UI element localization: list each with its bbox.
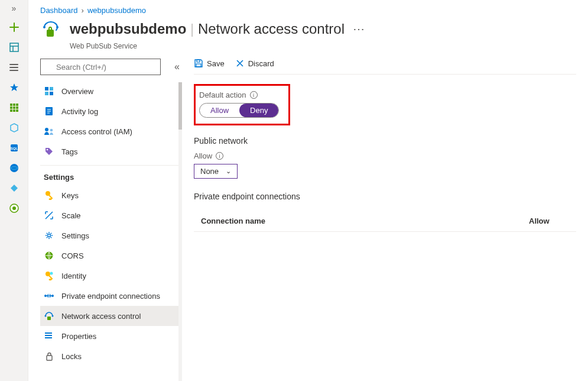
svg-rect-9: [16, 106, 18, 109]
breadcrumb: Dashboard › webpubsubdemo: [28, 0, 588, 16]
save-button[interactable]: Save: [194, 59, 225, 68]
svg-rect-46: [196, 64, 201, 67]
svg-point-36: [44, 295, 47, 297]
svg-point-15: [10, 164, 18, 172]
allow-dropdown[interactable]: None ⌄: [194, 164, 238, 179]
page-title: webpubsubdemo | Network access control: [70, 21, 345, 37]
create-resource-icon[interactable]: [8, 21, 20, 33]
svg-point-29: [50, 129, 53, 132]
resource-icon: [40, 18, 61, 40]
properties-icon: [44, 331, 54, 341]
activity-log-icon: [44, 106, 54, 117]
connections-table-header: Connection name Allow: [194, 208, 576, 232]
nav-settings[interactable]: Settings: [40, 225, 178, 246]
svg-rect-40: [47, 317, 51, 320]
expand-rail-icon[interactable]: »: [12, 4, 17, 13]
col-connection-name: Connection name: [194, 217, 529, 225]
svg-point-30: [47, 149, 48, 151]
svg-point-28: [45, 128, 48, 131]
more-actions-button[interactable]: ⋯: [353, 22, 366, 36]
svg-rect-10: [10, 109, 12, 112]
svg-point-38: [45, 315, 47, 317]
iam-icon: [44, 126, 54, 137]
toggle-allow[interactable]: Allow: [200, 104, 239, 117]
globe-icon[interactable]: [8, 162, 20, 174]
nav-overview[interactable]: Overview: [40, 81, 178, 101]
nav-tags[interactable]: Tags: [40, 141, 178, 162]
advisor-icon[interactable]: [8, 202, 20, 214]
svg-rect-7: [10, 106, 12, 109]
default-action-label: Default action i: [199, 91, 279, 99]
highlight-box: Default action i Allow Deny: [194, 84, 290, 125]
cors-icon: [44, 250, 54, 261]
public-network-heading: Public network: [194, 136, 576, 146]
svg-rect-25: [45, 92, 48, 95]
toggle-deny[interactable]: Deny: [239, 104, 278, 117]
svg-rect-8: [13, 106, 15, 109]
sql-icon[interactable]: SQL: [8, 142, 20, 154]
page-header: webpubsubdemo | Network access control ⋯: [28, 16, 588, 44]
svg-rect-5: [13, 104, 15, 106]
nav-network-access-control[interactable]: Network access control: [40, 306, 178, 326]
svg-point-19: [56, 26, 59, 28]
default-action-toggle[interactable]: Allow Deny: [199, 103, 279, 118]
cube-icon[interactable]: [8, 122, 20, 134]
breadcrumb-root[interactable]: Dashboard: [40, 6, 78, 15]
global-nav-rail: » SQL: [0, 0, 28, 381]
gear-icon: [44, 230, 54, 241]
nav-identity[interactable]: Identity: [40, 266, 178, 286]
resource-type-label: Web PubSub Service: [28, 42, 588, 50]
discard-button[interactable]: Discard: [235, 59, 274, 68]
content-pane: Save Discard Default action i Allow Deny: [182, 59, 588, 381]
nav-private-endpoint[interactable]: Private endpoint connections: [40, 286, 178, 306]
svg-rect-0: [10, 43, 18, 51]
svg-rect-12: [16, 109, 18, 112]
favorites-icon[interactable]: [8, 82, 20, 93]
nav-keys[interactable]: Keys: [40, 185, 178, 205]
svg-rect-41: [45, 332, 46, 334]
col-allow: Allow: [529, 217, 576, 225]
allow-label: Allow i: [194, 151, 576, 160]
private-endpoint-heading: Private endpoint connections: [194, 192, 576, 201]
nav-cors[interactable]: CORS: [40, 246, 178, 266]
info-icon[interactable]: i: [250, 91, 258, 99]
svg-rect-4: [10, 104, 12, 106]
nav-scrollbar[interactable]: [178, 82, 182, 381]
svg-point-37: [51, 295, 54, 297]
lock-icon: [44, 351, 54, 361]
nav-properties[interactable]: Properties: [40, 326, 178, 346]
info-icon[interactable]: i: [216, 152, 223, 160]
all-resources-icon[interactable]: [8, 62, 20, 73]
collapse-menu-icon[interactable]: «: [174, 62, 180, 72]
grid-icon[interactable]: [8, 102, 20, 114]
svg-point-18: [43, 26, 46, 28]
private-endpoint-icon: [44, 290, 54, 301]
svg-rect-23: [45, 87, 48, 91]
svg-point-17: [12, 206, 16, 210]
svg-rect-26: [50, 92, 53, 95]
svg-rect-42: [45, 335, 46, 336]
command-bar: Save Discard: [194, 59, 576, 75]
dashboard-icon[interactable]: [8, 41, 20, 53]
scale-icon: [44, 210, 54, 221]
breadcrumb-current[interactable]: webpubsubdemo: [87, 6, 146, 15]
svg-rect-45: [197, 60, 200, 62]
tags-icon: [44, 146, 54, 157]
svg-point-32: [48, 234, 51, 237]
keys-icon: [44, 190, 54, 201]
diamond-icon[interactable]: [8, 182, 20, 194]
svg-rect-11: [13, 109, 15, 112]
nav-locks[interactable]: Locks: [40, 346, 178, 366]
nav-scale[interactable]: Scale: [40, 205, 178, 225]
search-input[interactable]: [40, 59, 161, 75]
svg-rect-24: [50, 87, 53, 91]
resource-menu: « Overview Activity log Access control (…: [28, 59, 182, 381]
svg-rect-44: [47, 356, 52, 360]
svg-point-3: [9, 70, 11, 71]
svg-point-35: [50, 272, 53, 275]
nav-access-control[interactable]: Access control (IAM): [40, 121, 178, 141]
overview-icon: [44, 86, 54, 96]
chevron-right-icon: ›: [82, 6, 84, 15]
svg-rect-43: [45, 337, 46, 338]
nav-activity-log[interactable]: Activity log: [40, 101, 178, 121]
